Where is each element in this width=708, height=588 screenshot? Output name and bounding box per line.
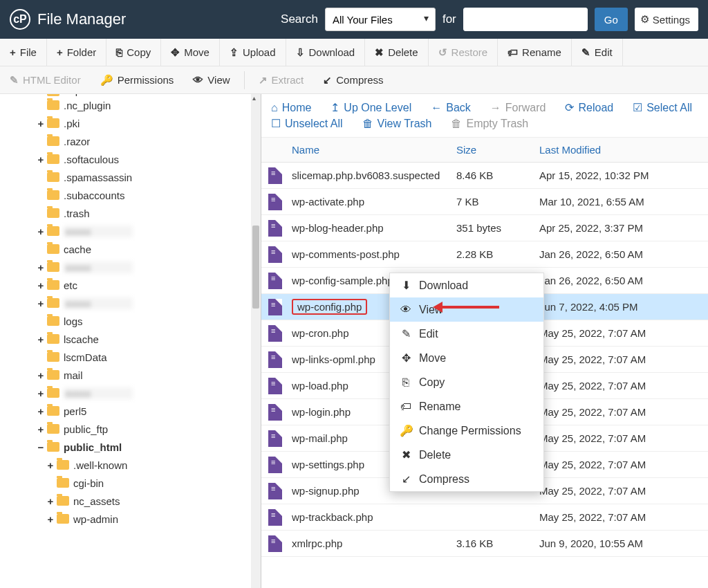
app-header: cP File Manager Search All Your Files fo… bbox=[0, 0, 708, 39]
settings-button[interactable]: ⚙ Settings bbox=[635, 8, 698, 31]
search-scope-select[interactable]: All Your Files bbox=[325, 8, 436, 31]
tree-item[interactable]: .subaccounts bbox=[0, 186, 261, 204]
nav-home[interactable]: ⌂Home bbox=[271, 101, 311, 114]
tree-item[interactable]: −public_html bbox=[0, 438, 261, 456]
download-button[interactable]: ⇩Download bbox=[286, 39, 366, 66]
file-name-cell: wp-trackback.php bbox=[292, 511, 456, 523]
tree-item[interactable]: .trash bbox=[0, 204, 261, 222]
tree-item[interactable]: .nc_plugin bbox=[0, 96, 261, 114]
tree-item[interactable]: +.pki bbox=[0, 114, 261, 132]
tree-item[interactable]: lscmData bbox=[0, 348, 261, 366]
delete-button[interactable]: ✖Delete bbox=[365, 39, 428, 66]
ctx-permissions[interactable]: 🔑Change Permissions bbox=[390, 419, 543, 443]
tree-item[interactable]: +public_ftp bbox=[0, 420, 261, 438]
tree-toggle-icon[interactable]: + bbox=[36, 261, 46, 273]
tree-item[interactable]: +xxxxx bbox=[0, 294, 261, 312]
folder-icon bbox=[47, 208, 59, 218]
file-row[interactable]: wp-activate.php7 KBMar 10, 2021, 6:55 AM bbox=[261, 189, 708, 215]
new-file-button[interactable]: +File bbox=[0, 39, 47, 66]
new-file-button-icon: + bbox=[10, 46, 16, 58]
tree-item[interactable]: +mail bbox=[0, 366, 261, 384]
view-button[interactable]: 👁View bbox=[183, 66, 239, 93]
file-icon bbox=[268, 509, 282, 526]
tree-toggle-icon[interactable]: + bbox=[36, 154, 46, 165]
ctx-compress-icon: ↙ bbox=[400, 472, 412, 486]
move-button[interactable]: ✥Move bbox=[161, 39, 220, 66]
ctx-compress[interactable]: ↙Compress bbox=[390, 467, 543, 491]
tree-toggle-icon[interactable]: + bbox=[46, 459, 55, 471]
tree-toggle-icon[interactable]: + bbox=[36, 405, 46, 417]
tree-item[interactable]: +xxxxx bbox=[0, 258, 261, 276]
file-icon bbox=[268, 194, 282, 210]
tree-item[interactable]: +xxxxx bbox=[0, 222, 261, 240]
ctx-delete[interactable]: ✖Delete bbox=[390, 443, 543, 467]
tree-item[interactable]: +xxxxx bbox=[0, 384, 261, 402]
tree-toggle-icon[interactable]: + bbox=[46, 513, 55, 525]
ctx-copy[interactable]: ⎘Copy bbox=[390, 370, 543, 394]
tree-toggle-icon[interactable]: + bbox=[36, 118, 46, 129]
go-button[interactable]: Go bbox=[595, 8, 628, 31]
ctx-edit[interactable]: ✎Edit bbox=[390, 322, 543, 346]
tree-toggle-icon[interactable]: + bbox=[36, 279, 46, 291]
tree-item[interactable]: logs bbox=[0, 312, 261, 330]
nav-select-all[interactable]: ☑Select All bbox=[633, 101, 692, 114]
file-row[interactable]: slicemap.php.bv6083.suspected8.46 KBApr … bbox=[261, 163, 708, 189]
column-name[interactable]: Name bbox=[292, 144, 456, 156]
search-input[interactable] bbox=[463, 8, 588, 31]
tree-item[interactable]: +lscache bbox=[0, 330, 261, 348]
nav-reload[interactable]: ⟳Reload bbox=[565, 101, 613, 114]
tree-item[interactable]: cgi-bin bbox=[0, 474, 261, 492]
file-row[interactable]: xmlrpc.php3.16 KBJun 9, 2020, 10:55 AM bbox=[261, 531, 708, 557]
toolbar-primary: +File+Folder⎘Copy✥Move⇪Upload⇩Download✖D… bbox=[0, 39, 708, 66]
permissions-button[interactable]: 🔑Permissions bbox=[91, 66, 184, 93]
rename-button[interactable]: 🏷Rename bbox=[498, 39, 572, 66]
file-row[interactable]: wp-comments-post.php2.28 KBJan 26, 2022,… bbox=[261, 241, 708, 268]
file-size-cell: 8.46 KB bbox=[456, 169, 539, 181]
tree-item[interactable]: .spamassassin bbox=[0, 168, 261, 186]
tree-item[interactable]: .razor bbox=[0, 132, 261, 150]
tree-toggle-icon[interactable]: − bbox=[36, 441, 46, 453]
unselect-all-icon: ☐ bbox=[271, 117, 281, 130]
file-icon bbox=[268, 351, 282, 368]
ctx-move[interactable]: ✥Move bbox=[390, 346, 543, 370]
copy-button[interactable]: ⎘Copy bbox=[106, 39, 161, 66]
file-name-cell: wp-comments-post.php bbox=[292, 248, 456, 260]
tree-folder-label: .nc_plugin bbox=[64, 100, 111, 111]
ctx-download[interactable]: ⬇Download bbox=[390, 273, 543, 297]
tree-item[interactable]: +etc bbox=[0, 276, 261, 294]
nav-up-one-level[interactable]: ↥Up One Level bbox=[330, 101, 411, 114]
file-row[interactable]: wp-trackback.phpMay 25, 2022, 7:07 AM bbox=[261, 504, 708, 531]
tree-toggle-icon[interactable]: + bbox=[36, 423, 46, 435]
upload-button[interactable]: ⇪Upload bbox=[220, 39, 286, 66]
compress-button[interactable]: ↙Compress bbox=[313, 66, 393, 93]
tree-toggle-icon[interactable]: + bbox=[36, 369, 46, 381]
tree-toggle-icon[interactable]: + bbox=[36, 297, 46, 309]
file-row[interactable]: wp-blog-header.php351 bytesApr 25, 2022,… bbox=[261, 215, 708, 241]
folder-icon bbox=[47, 154, 59, 164]
column-modified[interactable]: Last Modified bbox=[539, 144, 708, 156]
tree-item[interactable]: +.well-known bbox=[0, 456, 261, 474]
column-size[interactable]: Size bbox=[456, 144, 539, 156]
tree-toggle-icon[interactable]: + bbox=[36, 226, 46, 237]
nav-back[interactable]: ←Back bbox=[431, 101, 471, 114]
edit-button[interactable]: ✎Edit bbox=[572, 39, 623, 66]
ctx-rename[interactable]: 🏷Rename bbox=[390, 394, 543, 419]
html-editor-button-icon: ✎ bbox=[10, 74, 19, 86]
toolbar-secondary: ✎HTML Editor🔑Permissions👁View↗Extract↙Co… bbox=[0, 66, 708, 94]
tree-folder-label: xxxxx bbox=[64, 387, 133, 399]
ctx-view[interactable]: 👁View bbox=[390, 297, 543, 322]
tree-item[interactable]: +nc_assets bbox=[0, 492, 261, 510]
tree-item[interactable]: +wp-admin bbox=[0, 510, 261, 528]
tree-item[interactable]: +perl5 bbox=[0, 402, 261, 420]
tree-toggle-icon[interactable]: + bbox=[46, 495, 55, 507]
new-folder-button[interactable]: +Folder bbox=[47, 39, 106, 66]
tree-item[interactable]: +.softaculous bbox=[0, 150, 261, 168]
tree-folder-label: .trash bbox=[64, 208, 90, 219]
tree-item[interactable]: cache bbox=[0, 240, 261, 258]
sidebar-scrollbar[interactable] bbox=[251, 94, 261, 588]
tree-toggle-icon[interactable]: + bbox=[36, 387, 46, 399]
nav-unselect-all[interactable]: ☐Unselect All bbox=[271, 117, 343, 130]
tree-toggle-icon[interactable]: + bbox=[36, 333, 46, 345]
nav-view-trash[interactable]: 🗑View Trash bbox=[362, 117, 432, 130]
move-button-icon: ✥ bbox=[171, 46, 180, 59]
